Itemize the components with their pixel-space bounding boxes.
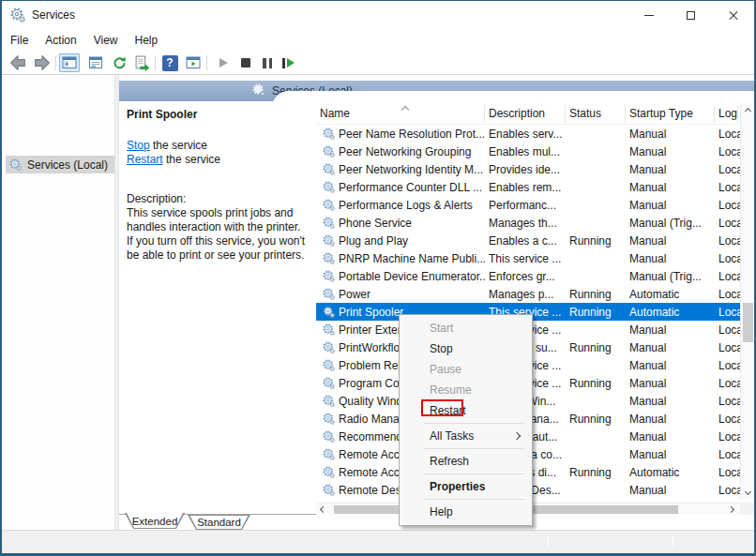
service-description: This service ...	[485, 252, 566, 265]
service-name: Peer Networking Identity M...	[335, 163, 485, 176]
tree-item-services-local[interactable]: Services (Local)	[6, 156, 114, 173]
tree-item-label: Services (Local)	[27, 158, 108, 172]
start-service-button	[213, 53, 234, 72]
forward-button[interactable]	[32, 53, 53, 72]
scroll-right-button[interactable]	[725, 503, 737, 515]
toolbar-separator	[155, 55, 156, 70]
menu-separator	[424, 499, 524, 500]
service-gear-icon	[316, 448, 335, 460]
menu-item-all-tasks[interactable]: All Tasks	[400, 426, 532, 446]
close-icon	[728, 10, 739, 22]
tab-extended[interactable]: Extended	[125, 513, 185, 529]
service-startup-type: Manual	[626, 413, 715, 426]
menu-action[interactable]: Action	[37, 30, 84, 51]
properties-button[interactable]	[85, 53, 106, 72]
maximize-button[interactable]	[670, 1, 712, 30]
menu-item-restart[interactable]: Restart	[400, 400, 532, 421]
service-row[interactable]: Peer Networking Grouping Enables mul... …	[316, 143, 740, 160]
status-bar-divider	[673, 535, 673, 549]
service-status: Running	[566, 377, 626, 390]
column-divider[interactable]	[714, 105, 715, 123]
service-row[interactable]: Performance Logs & Alerts Performanc... …	[316, 196, 740, 214]
menu-separator	[424, 423, 524, 424]
column-header-startup-type[interactable]: Startup Type	[629, 103, 693, 125]
context-menu: Start Stop Pause Resume Restart All Task…	[399, 314, 533, 526]
minimize-button[interactable]	[627, 1, 670, 30]
vertical-scrollbar[interactable]	[740, 103, 754, 499]
back-button[interactable]	[8, 53, 28, 72]
close-button[interactable]	[712, 1, 754, 30]
column-header-log-on-as[interactable]: Log	[718, 103, 737, 125]
column-divider[interactable]	[737, 105, 738, 123]
service-gear-icon	[316, 181, 335, 193]
service-gear-icon	[316, 395, 335, 407]
service-gear-icon	[316, 199, 335, 211]
service-gear-icon	[316, 413, 335, 425]
service-startup-type: Manual	[626, 377, 715, 390]
service-status: Running	[566, 288, 626, 301]
column-header-description[interactable]: Description	[489, 103, 545, 125]
service-description: Enables rem...	[485, 181, 566, 194]
help-button[interactable]: ?	[159, 53, 180, 72]
menu-view[interactable]: View	[85, 30, 127, 51]
menu-item-help[interactable]: Help	[400, 502, 532, 522]
service-row[interactable]: Performance Counter DLL ... Enables rem.…	[316, 178, 740, 196]
service-gear-icon	[316, 270, 335, 282]
service-gear-icon	[316, 466, 335, 478]
menu-file[interactable]: File	[2, 30, 37, 51]
service-row[interactable]: Phone Service Manages th... Manual (Trig…	[316, 214, 740, 232]
scroll-up-button[interactable]	[741, 105, 754, 116]
menu-item-refresh[interactable]: Refresh	[400, 451, 532, 472]
service-row[interactable]: PNRP Machine Name Publi... This service …	[316, 249, 740, 267]
service-startup-type: Automatic	[626, 306, 715, 319]
menu-item-stop[interactable]: Stop	[400, 338, 532, 359]
service-log-on-as: Local Syste...	[715, 484, 740, 497]
service-log-on-as: Local Syste...	[715, 377, 740, 390]
pause-icon	[263, 58, 272, 68]
export-list-button[interactable]	[131, 53, 152, 72]
restart-service-line: Restart the service	[127, 153, 220, 166]
service-row[interactable]: Peer Name Resolution Prot... Enables ser…	[316, 125, 740, 143]
service-log-on-as: Local Syste...	[715, 181, 740, 194]
service-status: Running	[566, 306, 626, 319]
restart-line-rest: the service	[163, 153, 220, 166]
scroll-down-button[interactable]	[741, 486, 754, 497]
service-name: PNRP Machine Name Publi...	[335, 252, 485, 265]
column-header-name[interactable]: Name	[320, 103, 350, 125]
column-divider[interactable]	[484, 105, 485, 123]
column-divider[interactable]	[625, 105, 626, 123]
stop-service-button[interactable]	[235, 53, 256, 72]
service-row[interactable]: Peer Networking Identity M... Provides i…	[316, 160, 740, 178]
restart-service-button[interactable]	[278, 53, 298, 72]
menu-item-properties[interactable]: Properties	[400, 476, 532, 497]
sort-ascending-icon	[401, 106, 409, 113]
service-gear-icon	[316, 145, 335, 158]
show-console-tree-button[interactable]	[59, 53, 80, 72]
service-row[interactable]: Power Manages p... Running Automatic Loc…	[316, 285, 740, 303]
service-startup-type: Manual	[626, 395, 715, 408]
service-description: Enables serv...	[485, 128, 566, 141]
service-gear-icon	[316, 288, 335, 300]
service-startup-type: Manual	[626, 181, 715, 194]
column-divider[interactable]	[565, 105, 566, 123]
service-startup-type: Manual	[626, 128, 715, 141]
vertical-scroll-thumb[interactable]	[743, 303, 753, 342]
tab-standard[interactable]: Standard	[188, 515, 250, 530]
service-name: Phone Service	[335, 217, 485, 230]
service-name: Portable Device Enumerator...	[335, 270, 485, 283]
stop-service-link[interactable]: Stop	[127, 139, 150, 152]
maximize-icon	[687, 11, 695, 20]
service-row[interactable]: Portable Device Enumerator... Enforces g…	[316, 267, 740, 285]
title-bar: Services	[2, 1, 754, 30]
refresh-button[interactable]	[109, 53, 129, 72]
restart-service-link[interactable]: Restart	[127, 153, 163, 166]
menu-help[interactable]: Help	[127, 30, 167, 51]
scroll-left-button[interactable]	[317, 503, 329, 515]
pause-service-button[interactable]	[257, 53, 278, 72]
column-header-status[interactable]: Status	[569, 103, 601, 125]
status-bar	[2, 530, 754, 553]
service-gear-icon	[316, 359, 335, 371]
service-startup-type: Manual	[626, 448, 715, 461]
show-action-pane-button[interactable]	[183, 53, 204, 72]
service-row[interactable]: Plug and Play Enables a c... Running Man…	[316, 232, 740, 249]
